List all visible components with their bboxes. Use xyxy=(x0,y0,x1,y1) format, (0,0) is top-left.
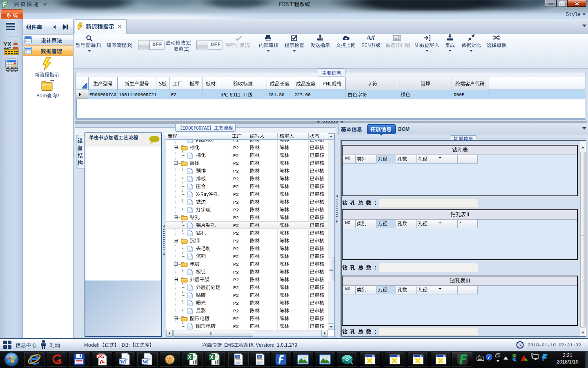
svg-text:A: A xyxy=(236,355,239,359)
svg-text:W: W xyxy=(120,359,125,365)
svg-text:YX: YX xyxy=(3,40,11,47)
svg-text:?: ? xyxy=(488,355,490,360)
svg-text:PDF: PDF xyxy=(97,355,104,359)
svg-text:X: X xyxy=(188,355,192,360)
svg-text:A: A xyxy=(258,355,261,359)
svg-text:W: W xyxy=(143,359,147,365)
svg-text:X: X xyxy=(210,355,214,360)
